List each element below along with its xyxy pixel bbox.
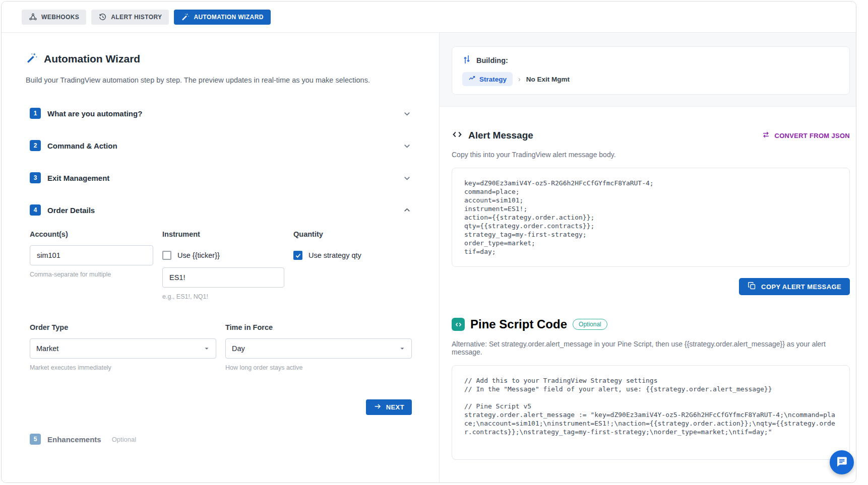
optional-tag: Optional	[112, 436, 136, 443]
tab-label: ALERT HISTORY	[111, 14, 162, 21]
use-strategy-qty-label: Use strategy qty	[308, 251, 361, 259]
top-tab-bar: WEBHOOKS ALERT HISTORY AUTO	[2, 2, 856, 33]
step-number-badge: 3	[30, 172, 41, 183]
trending-up-icon	[468, 75, 476, 84]
strategy-chip-label: Strategy	[479, 76, 507, 83]
order-details-form: Account(s) Comma-separate for multiple I…	[26, 226, 416, 415]
webhook-icon	[29, 13, 37, 21]
tif-label: Time in Force	[225, 323, 412, 331]
use-strategy-qty-checkbox[interactable]: Use strategy qty	[293, 245, 412, 265]
pine-script-code: // Add this to your TradingView Strategy…	[452, 365, 850, 460]
preview-body: Alert Message CONVERT FROM JSON Copy thi…	[440, 107, 856, 468]
step-label: Exit Management	[47, 174, 109, 182]
instrument-input[interactable]	[162, 267, 284, 288]
use-ticker-label: Use {{ticker}}	[177, 251, 220, 259]
next-button[interactable]: NEXT	[366, 399, 412, 415]
step-header-exit-management[interactable]: 3 Exit Management	[26, 162, 416, 194]
convert-from-json-button[interactable]: CONVERT FROM JSON	[762, 130, 850, 141]
pine-script-icon	[452, 318, 465, 331]
alert-message-code: key=dZ90Ez3amiV4Y-oz5-R2G6h2HFcCfGYfmcF8…	[452, 168, 850, 267]
instrument-label: Instrument	[162, 230, 284, 238]
magic-wand-icon	[181, 13, 190, 21]
page-title: Automation Wizard	[44, 53, 140, 65]
step-number-badge: 1	[30, 108, 41, 119]
tab-label: AUTOMATION WIZARD	[194, 14, 263, 21]
pine-script-subtitle: Alternative: Set strategy.order.alert_me…	[452, 340, 850, 356]
copy-alert-message-label: COPY ALERT MESSAGE	[761, 283, 841, 291]
order-type-label: Order Type	[30, 323, 216, 331]
checkbox-unchecked-icon	[162, 251, 171, 260]
quantity-label: Quantity	[293, 230, 412, 238]
accounts-input[interactable]	[30, 245, 153, 265]
chevron-down-icon	[402, 141, 412, 151]
alert-message-subtitle: Copy this into your TradingView alert me…	[452, 151, 850, 159]
step-number-badge: 4	[30, 204, 41, 216]
step-header-what-are-you-automating[interactable]: 1 What are you automating?	[26, 97, 416, 129]
alert-message-title: Alert Message	[468, 130, 533, 141]
strategy-chip: Strategy	[462, 72, 513, 86]
accounts-hint: Comma-separate for multiple	[30, 271, 153, 278]
order-type-value: Market	[36, 344, 58, 353]
order-type-select[interactable]: Market	[30, 338, 216, 359]
step-number-badge: 5	[30, 434, 41, 445]
copy-icon	[748, 282, 756, 292]
route-icon	[462, 55, 471, 65]
caret-down-icon	[399, 345, 405, 352]
tab-label: WEBHOOKS	[41, 14, 79, 21]
instrument-hint: e.g., ES1!, NQ1!	[162, 293, 284, 300]
time-in-force-select[interactable]: Day	[225, 338, 412, 359]
step-header-command-action[interactable]: 2 Command & Action	[26, 129, 416, 162]
step-header-enhancements[interactable]: 5 Enhancements Optional	[26, 423, 416, 455]
magic-wand-icon	[26, 52, 38, 66]
step-label: Order Details	[47, 206, 95, 215]
chat-fab-button[interactable]	[830, 450, 854, 474]
step-number-badge: 2	[30, 140, 41, 151]
chevron-up-icon	[402, 205, 412, 215]
tab-automation-wizard[interactable]: AUTOMATION WIZARD	[174, 10, 270, 25]
building-label: Building:	[476, 56, 508, 64]
checkbox-checked-icon	[293, 251, 302, 260]
preview-panel: Building: Strategy › No Exit Mgmt	[440, 33, 856, 482]
chevron-down-icon	[402, 173, 412, 183]
pine-script-title: Pine Script Code	[470, 317, 567, 331]
tab-webhooks[interactable]: WEBHOOKS	[22, 10, 86, 25]
arrow-right-icon	[374, 402, 382, 412]
chevron-down-icon	[402, 109, 412, 118]
code-icon	[452, 129, 463, 142]
tif-hint: How long order stays active	[225, 364, 412, 371]
step-label: What are you automating?	[47, 109, 142, 118]
step-label: Command & Action	[47, 142, 117, 150]
swap-horizontal-icon	[762, 130, 770, 141]
accounts-label: Account(s)	[30, 230, 153, 238]
step-label: Enhancements	[47, 435, 101, 444]
chat-bubble-icon	[836, 456, 848, 469]
tab-alert-history[interactable]: ALERT HISTORY	[91, 10, 169, 25]
caret-down-icon	[204, 345, 210, 352]
history-icon	[98, 13, 107, 21]
wizard-panel: Automation Wizard Build your TradingView…	[2, 33, 440, 482]
building-strip: Building: Strategy › No Exit Mgmt	[440, 33, 856, 107]
app-window: WEBHOOKS ALERT HISTORY AUTO	[1, 1, 856, 483]
use-ticker-checkbox[interactable]: Use {{ticker}}	[162, 245, 284, 265]
tif-value: Day	[232, 344, 245, 353]
page-subtitle: Build your TradingView automation step b…	[26, 76, 416, 84]
copy-alert-message-button[interactable]: COPY ALERT MESSAGE	[739, 278, 850, 295]
step-header-order-details[interactable]: 4 Order Details	[26, 194, 416, 226]
building-card: Building: Strategy › No Exit Mgmt	[452, 46, 850, 95]
breadcrumb-separator: ›	[518, 75, 521, 83]
convert-from-json-label: CONVERT FROM JSON	[774, 132, 850, 140]
order-type-hint: Market executes immediately	[30, 364, 216, 371]
optional-badge: Optional	[573, 319, 607, 330]
next-button-label: NEXT	[386, 403, 404, 411]
breadcrumb-no-exit-mgmt: No Exit Mgmt	[526, 76, 570, 83]
